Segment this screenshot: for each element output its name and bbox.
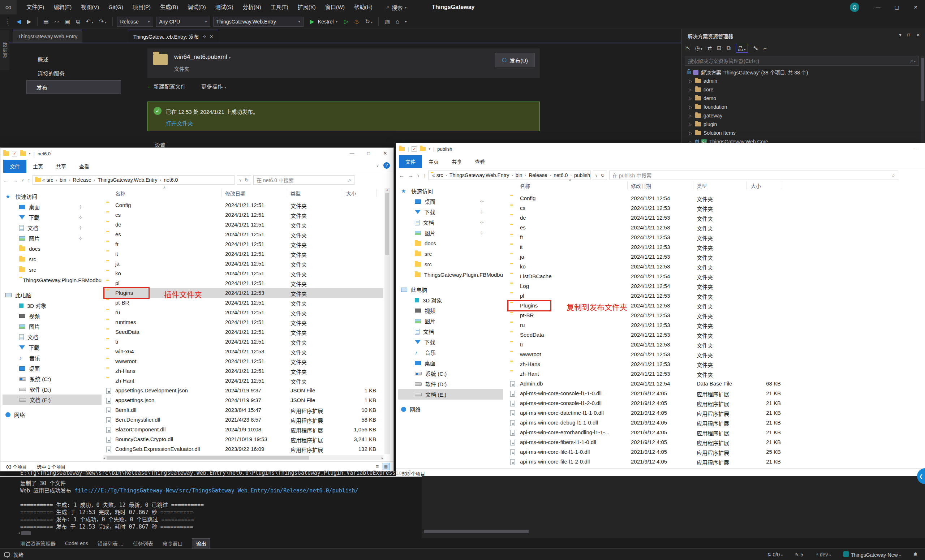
column-separator[interactable] (627, 181, 628, 189)
sidebar-item-picture[interactable]: 图片⊹ (398, 227, 503, 238)
column-separator[interactable] (782, 181, 782, 189)
sidebar-item-video[interactable]: 视频 (3, 311, 101, 321)
chevron-right-icon[interactable]: ▷ (688, 131, 693, 135)
chevron-down-icon[interactable]: ▾ (29, 152, 31, 155)
git-sync-status[interactable]: ⇅ 0/0 ▾ (767, 552, 783, 557)
sidebar-item-cube[interactable]: 3D 对象 (398, 295, 503, 305)
recent-locations-icon[interactable]: ∨ (21, 178, 24, 182)
menu-item[interactable]: 项目(P) (128, 0, 155, 15)
chevron-right-icon[interactable]: ▷ (688, 79, 693, 83)
sidebar-item-folder[interactable]: src (3, 254, 101, 265)
file-row[interactable]: runtimes2024/1/21 12:51文件夹 (103, 318, 383, 327)
ribbon-tab-3[interactable]: 查看 (72, 160, 96, 173)
open-folder-link[interactable]: 打开文件夹 (166, 119, 193, 127)
solution-folder-node[interactable]: ▷foundation (682, 102, 920, 111)
file-row[interactable]: ko2024/1/21 12:53文件夹 (508, 262, 786, 272)
file-row[interactable]: zh-Hans2024/1/21 12:53文件夹 (508, 360, 786, 369)
breadcrumb-segment[interactable]: net6.0 (554, 172, 568, 178)
close-button[interactable]: ✕ (377, 148, 393, 159)
new-project-icon[interactable]: ▤ (42, 17, 50, 26)
breadcrumb-segment[interactable]: publish (574, 172, 590, 178)
ribbon-tab-3[interactable]: 查看 (468, 155, 491, 168)
output-horizontal-scrollbar[interactable]: ◂ (18, 531, 31, 535)
sidebar-item-folder[interactable]: src (398, 248, 503, 259)
publish-nav-overview[interactable]: 概述 (38, 55, 48, 63)
file-row[interactable]: ja2024/1/21 12:51文件夹 (103, 259, 383, 269)
explorer1-horizontal-scrollbar[interactable]: ◂▸ (103, 455, 383, 460)
sidebar-network[interactable]: 网络 (398, 404, 503, 414)
pin-icon[interactable]: ⊓ (907, 33, 911, 38)
column-separator[interactable] (376, 189, 377, 197)
feedback-icon[interactable] (5, 552, 10, 557)
file-row[interactable]: it2024/1/21 12:51文件夹 (103, 249, 383, 259)
file-row[interactable]: CodingSeb.ExpressionEvaluator.dll2023/9/… (103, 444, 383, 454)
expand-ribbon-icon[interactable]: ∨ (376, 163, 379, 168)
file-row[interactable]: api-ms-win-core-errorhandling-l1-1-...20… (508, 428, 786, 438)
solution-folder-node[interactable]: ▷gateway (682, 111, 920, 120)
panel-tab-错误列表 ...[interactable]: 错误列表 ... (98, 540, 124, 547)
start-debugging-button[interactable]: ▶ Kestrel ▾ (306, 17, 340, 27)
file-row[interactable]: appsettings.Development.json2024/1/19 9:… (103, 386, 383, 396)
file-row[interactable]: it2024/1/21 12:53文件夹 (508, 242, 786, 252)
navigate-forward-icon[interactable]: ▶ (25, 17, 33, 26)
file-row[interactable]: tr2024/1/21 12:53文件夹 (508, 340, 786, 350)
address-dropdown-icon[interactable]: ∨ (239, 178, 242, 182)
solution-root-node[interactable]: 解决方案 'ThingsGateway' (38 个项目, 共 38 个) (682, 68, 920, 77)
sidebar-item-document[interactable]: 文档 (3, 332, 101, 342)
breadcrumb-segment[interactable]: ThingsGateway.Web.Entry (98, 177, 157, 183)
file-row[interactable]: BemIt.dll2023/8/4 15:47应用程序扩展10 KB (103, 405, 383, 415)
panel-tab-命令窗口[interactable]: 命令窗口 (162, 540, 182, 547)
ribbon-tab-1[interactable]: 主页 (422, 155, 445, 168)
back-icon[interactable]: ← (399, 172, 404, 179)
file-row[interactable]: pl2024/1/21 12:51文件夹 (103, 278, 383, 288)
explorer1-title-bar[interactable]: ✓ ▾ | net6.0 — □ ✕ (0, 148, 393, 159)
breadcrumb-segment[interactable]: src (47, 177, 53, 183)
menu-item[interactable]: 文件(F) (22, 0, 49, 15)
file-row[interactable]: Log2024/1/21 12:54文件夹 (508, 282, 786, 291)
file-row[interactable]: de2024/1/21 12:51文件夹 (103, 220, 383, 230)
file-row[interactable]: SeedData2024/1/21 12:51文件夹 (103, 327, 383, 337)
file-row[interactable]: Config2024/1/21 12:54文件夹 (508, 194, 786, 203)
sidebar-item-picture[interactable]: 图片 (3, 321, 101, 332)
solution-folder-node[interactable]: ▷core (682, 85, 920, 94)
panel-tab-测试资源管理器[interactable]: 测试资源管理器 (20, 540, 56, 547)
close-icon[interactable]: ✕ (209, 34, 213, 39)
ribbon-tab-file[interactable]: 文件 (3, 160, 26, 173)
sidebar-item-desktop[interactable]: 桌面⊹ (3, 202, 101, 212)
document-tab[interactable]: ThingsGatew...eb.Entry: 发布⊹✕ (128, 30, 218, 43)
sync-with-active-document-icon[interactable]: ⇄ (708, 45, 712, 51)
file-row[interactable]: ru2024/1/21 12:53文件夹 (508, 321, 786, 330)
column-header-1[interactable]: 修改日期 (225, 190, 246, 197)
pending-changes-filter-icon[interactable]: ◷ ▾ (695, 45, 702, 51)
file-row[interactable]: ListDBCache2024/1/21 12:54文件夹 (508, 272, 786, 282)
file-row[interactable]: zh-Hant2024/1/21 12:53文件夹 (508, 369, 786, 379)
sidebar-item-picture[interactable]: 图片⊹ (3, 233, 101, 244)
close-button[interactable]: ✕ (906, 0, 925, 15)
ribbon-tab-1[interactable]: 主页 (26, 160, 50, 173)
file-row[interactable]: SeedData2024/1/21 12:53文件夹 (508, 330, 786, 340)
large-icons-view-icon[interactable]: ▦ (382, 463, 390, 470)
menu-item[interactable]: 生成(B) (155, 0, 183, 15)
file-row[interactable]: pt-BR2024/1/21 12:51文件夹 (103, 298, 383, 308)
sidebar-this-pc[interactable]: 此电脑 (3, 290, 101, 300)
configuration-dropdown[interactable]: Release▾ (117, 17, 153, 27)
solution-folder-node[interactable]: ▷Solution Items (682, 129, 920, 137)
save-icon[interactable]: ▣ (63, 17, 72, 26)
startup-project-dropdown[interactable]: ThingsGateway.Web.Entry▾ (213, 17, 303, 27)
column-header-2[interactable]: 类型 (291, 190, 301, 197)
column-header-3[interactable]: 大小 (346, 190, 356, 197)
explorer2-title-bar[interactable]: | ✓ ▾ | publish — (396, 143, 925, 155)
sidebar-quick-access[interactable]: ★快速访问 (398, 186, 503, 196)
explorer1-search-box[interactable]: 在 net6.0 中搜索 ⌕ (253, 175, 354, 185)
file-row[interactable]: Config2024/1/21 12:51文件夹 (103, 200, 383, 210)
file-row[interactable]: ko2024/1/21 12:51文件夹 (103, 269, 383, 278)
sidebar-item-drive[interactable]: 文档 (E:) (3, 394, 101, 405)
column-header-0[interactable]: 名称 (520, 182, 530, 189)
menu-item[interactable]: 视图(V) (76, 0, 104, 15)
column-header-2[interactable]: 类型 (697, 182, 707, 189)
publish-button[interactable]: ⬡ 发布(U) (495, 53, 535, 67)
sidebar-item-music[interactable]: ♪音乐 (3, 352, 101, 363)
panel-tab-CodeLens[interactable]: CodeLens (65, 540, 88, 546)
solution-explorer-search[interactable]: 搜索解决方案资源管理器(Ctrl+;) ⌕ ▾ (685, 56, 919, 66)
menu-item[interactable]: Git(G) (104, 0, 128, 15)
